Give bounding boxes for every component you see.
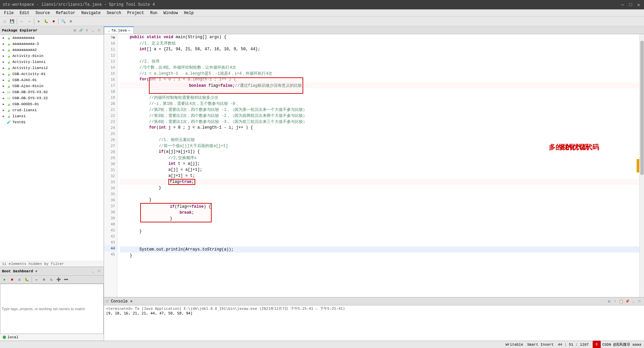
- toolbar-stop[interactable]: ■: [50, 18, 57, 25]
- project-icon: 🗂: [6, 89, 11, 95]
- package-explorer-title: Package Explorer: [2, 28, 38, 32]
- tab-close-icon[interactable]: ✕: [128, 28, 130, 32]
- code-line-36: }: [120, 197, 639, 203]
- toolbar-run[interactable]: ▶: [36, 18, 42, 25]
- view-menu-icon[interactable]: ▽: [84, 28, 90, 33]
- line-26: 26: [104, 137, 117, 143]
- line-29: 29: [104, 155, 117, 161]
- menu-project[interactable]: Project: [124, 10, 147, 16]
- menu-source[interactable]: Source: [33, 10, 53, 16]
- line-45: 45: [104, 251, 117, 257]
- collapse-all-icon[interactable]: ⊟: [72, 28, 77, 33]
- status-right: Writable Smart Insert 44 : 51 : 1287 C C…: [505, 341, 641, 348]
- boot-search-input[interactable]: [0, 284, 104, 334]
- project-icon: 🍃: [6, 77, 11, 83]
- boot-start-btn[interactable]: ▶: [1, 276, 8, 283]
- boot-settings-btn[interactable]: ⚙: [41, 276, 47, 283]
- tab-ta-java[interactable]: ☕ Ta.java ✕: [104, 26, 134, 34]
- boot-local-item[interactable]: local: [3, 335, 101, 339]
- window-controls: — □ ✕: [620, 2, 641, 7]
- line-16: 16: [104, 76, 117, 82]
- tree-item-cgbdbsysv322[interactable]: ▶ 🗂 CGB-DB-SYS-V3.22: [0, 95, 104, 101]
- boot-local-label: local: [7, 335, 18, 339]
- toolbar-new[interactable]: ⬚: [1, 18, 8, 25]
- tree-item-activity01xin[interactable]: ▶ 🍃 Activity-01xin: [0, 53, 104, 59]
- menu-help[interactable]: Help: [181, 10, 197, 16]
- toolbar-back[interactable]: ←: [18, 18, 25, 25]
- tree-item-activitylianxi[interactable]: ▶ 🍃 Activity-lianxi: [0, 59, 104, 65]
- tree-item-cgbdbsysv302[interactable]: ▶ 🗂 CGB-DB-SYS-V3.02: [0, 89, 104, 95]
- toolbar-search[interactable]: 🔍: [60, 18, 67, 25]
- console-clear-icon[interactable]: ⊡: [606, 299, 612, 304]
- menu-navigate[interactable]: Navigate: [78, 10, 103, 16]
- console-pin-icon[interactable]: 📌: [625, 299, 630, 304]
- main-layout: Package Explorer ⊟ 🔗 ▽ _ □ ▶ 🍃 aaaaaaaaa…: [0, 26, 644, 341]
- console-maximize-icon[interactable]: □: [637, 299, 642, 304]
- toolbar-ref[interactable]: ⚙: [67, 18, 74, 25]
- tree-item-aaaaaaaaaa[interactable]: ▶ 🍃 aaaaaaaaaa: [0, 35, 104, 41]
- title-bar: sts-workspace - lianxi/src/lianxi/Ta.jav…: [0, 0, 644, 9]
- menu-search[interactable]: Search: [104, 10, 124, 16]
- tree-arrow: ▶: [3, 48, 6, 52]
- link-editor-icon[interactable]: 🔗: [78, 28, 84, 33]
- boot-edit-btn[interactable]: ✏: [33, 276, 40, 283]
- toolbar-fwd[interactable]: →: [26, 18, 33, 25]
- tree-arrow: ▶: [3, 42, 6, 46]
- package-explorer-header: Package Explorer ⊟ 🔗 ▽ _ □: [0, 26, 104, 35]
- line-32: 32: [104, 173, 117, 179]
- maximize-panel-icon[interactable]: □: [96, 28, 102, 33]
- boot-debug-btn[interactable]: 🐛: [23, 276, 30, 283]
- orange-scroll-handle[interactable]: [637, 159, 639, 172]
- menu-file[interactable]: File: [1, 10, 16, 16]
- boot-minimize-icon[interactable]: _: [90, 269, 96, 274]
- boot-restart-btn[interactable]: ↺: [16, 276, 23, 283]
- code-line-26: //1. 相邻元素比较: [120, 137, 639, 143]
- minimize-button[interactable]: —: [620, 2, 625, 7]
- menu-edit[interactable]: Edit: [17, 10, 32, 16]
- toolbar-save[interactable]: 💾: [9, 18, 15, 25]
- tree-item-cgbactivity01[interactable]: ▶ 🍃 CGB-Activity-01: [0, 71, 104, 77]
- menu-window[interactable]: Window: [161, 10, 180, 16]
- line-24: 24: [104, 125, 117, 131]
- editor-vertical-scrollbar[interactable]: [639, 34, 644, 297]
- code-line-34: }: [120, 185, 639, 191]
- code-line-37: if(flag==false) {: [141, 204, 211, 210]
- boot-refresh-btn[interactable]: ↻: [48, 276, 55, 283]
- boot-stop-btn[interactable]: ■: [9, 276, 15, 283]
- line-30: 30: [104, 161, 117, 167]
- tree-item-cgbajax01[interactable]: ▶ 🍃 CGB-AJAX-01: [0, 77, 104, 83]
- menu-bar: File Edit Source Refactor Navigate Searc…: [0, 9, 644, 17]
- menu-refactor[interactable]: Refactor: [53, 10, 78, 16]
- maximize-button[interactable]: □: [628, 2, 633, 7]
- tree-item-crudlianxi[interactable]: ▶ 🍃 crud-lianxi: [0, 107, 104, 113]
- tree-item-cgbajax01xin[interactable]: ▶ 🍃 CGB-Ajax-01xin: [0, 83, 104, 89]
- scrollbar-thumb[interactable]: [640, 41, 644, 175]
- close-button[interactable]: ✕: [636, 2, 641, 7]
- minimize-panel-icon[interactable]: _: [90, 28, 96, 33]
- boot-remove-btn[interactable]: ➖: [63, 276, 69, 283]
- code-editor[interactable]: public static void main(String[] args) {…: [117, 34, 639, 297]
- boot-maximize-icon[interactable]: □: [96, 269, 102, 274]
- boot-dashboard-title: Boot Dashboard ✕: [2, 269, 38, 273]
- tree-arrow: ▶: [3, 84, 6, 88]
- window-title: sts-workspace - lianxi/src/lianxi/Ta.jav…: [3, 2, 155, 7]
- tree-item-aaaaaaaaaa2[interactable]: ▶ 🍃 aaaaaaaaaa2: [0, 47, 104, 53]
- line-11: 11: [104, 46, 117, 52]
- tree-item-aaaaaaaaaa3[interactable]: ▶ 🍃 aaaaaaaaaa-3: [0, 41, 104, 47]
- project-icon: 🍃: [6, 108, 11, 113]
- code-line-20: //-i，第1轮，需要比4次，五个数参与比较 -0，: [120, 100, 639, 107]
- tree-item-cgbgoods01[interactable]: ▶ 🍃 CGB-GOODS-01: [0, 101, 104, 107]
- tree-item-lianxi[interactable]: ▶ 🍃 lianxi: [0, 113, 104, 119]
- toolbar-debug[interactable]: 🐛: [43, 18, 50, 25]
- menu-run[interactable]: Run: [148, 10, 160, 16]
- tree-label: aaaaaaaaaa: [12, 36, 35, 40]
- console-copy-icon[interactable]: 📋: [619, 299, 624, 304]
- code-line-43: [120, 240, 639, 247]
- tree-item-test01[interactable]: 🧪 Test01: [0, 119, 104, 125]
- boot-add-btn[interactable]: ➕: [55, 276, 62, 283]
- boot-toolbar: ▶ ■ ↺ 🐛 ✏ ⚙ ↻ ➕ ➖: [0, 276, 104, 284]
- console-scroll-icon[interactable]: ↕: [612, 299, 618, 304]
- tree-item-activitylianxi2[interactable]: ▶ 🍃 Activity-lianxi2: [0, 65, 104, 71]
- tree-label: Activity-lianxi: [12, 60, 46, 64]
- console-minimize-icon[interactable]: _: [631, 299, 636, 304]
